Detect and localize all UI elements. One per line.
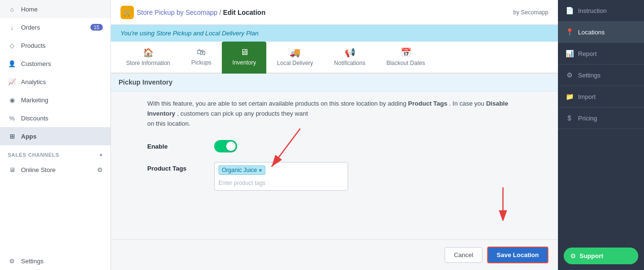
plan-banner: You're using Store Pickup and Local Deli…: [111, 25, 558, 42]
description: With this feature, you are able to set c…: [119, 99, 550, 129]
section-header: Pickup Inventory: [111, 74, 558, 91]
home-icon: ⌂: [8, 5, 16, 13]
enable-row: Enable: [119, 140, 550, 152]
product-tags-row: Product Tags Organic Juice ×: [119, 162, 550, 191]
right-sidebar: 📄 Instruction 📍 Locations 📊 Report ⚙ Set…: [558, 0, 644, 270]
product-tags-field[interactable]: Organic Juice ×: [214, 162, 348, 191]
local-delivery-icon: 🚚: [290, 47, 300, 58]
sidebar-item-online-store[interactable]: 🖥 Online Store ⚙: [0, 161, 110, 179]
sidebar-item-marketing[interactable]: ◉ Marketing: [0, 91, 110, 109]
report-icon: 📊: [566, 50, 573, 57]
footer-bar: Cancel Save Location: [111, 239, 558, 270]
pricing-icon: $: [566, 114, 573, 122]
store-info-icon: 🏠: [143, 47, 153, 58]
product-tags-label: Product Tags: [147, 162, 205, 172]
sidebar-item-settings[interactable]: ⚙ Settings: [0, 252, 110, 270]
orders-icon: ↓: [8, 23, 16, 32]
tab-inventory[interactable]: 🖥 Inventory: [222, 42, 266, 74]
sidebar-item-orders[interactable]: ↓ Orders 15: [0, 18, 110, 36]
remove-tag-button[interactable]: ×: [259, 167, 262, 173]
sidebar-item-products[interactable]: ◇ Products: [0, 36, 110, 54]
right-settings-icon: ⚙: [566, 71, 573, 79]
analytics-icon: 📈: [8, 77, 16, 86]
blackout-dates-icon: 📅: [401, 47, 411, 58]
cancel-button[interactable]: Cancel: [445, 247, 482, 263]
support-button[interactable]: ⊙ Support: [564, 248, 638, 264]
app-icon: 🛒: [120, 6, 134, 19]
inventory-icon: 🖥: [240, 47, 249, 57]
left-sidebar: ⌂ Home ↓ Orders 15 ◇ Products 👤 Customer…: [0, 0, 111, 270]
save-location-button[interactable]: Save Location: [487, 247, 548, 263]
tabs-container: 🏠 Store Information 🛍 Pickups 🖥 Inventor…: [111, 42, 558, 74]
tab-pickups[interactable]: 🛍 Pickups: [181, 42, 222, 74]
right-sidebar-item-report[interactable]: 📊 Report: [558, 43, 644, 65]
enable-toggle[interactable]: [214, 140, 237, 152]
inventory-content: Pickup Inventory With this feature, you …: [111, 74, 558, 208]
instruction-icon: 📄: [566, 7, 573, 14]
main-content: 🛒 Store Pickup by Secomapp / Edit Locati…: [111, 0, 558, 270]
topbar: 🛒 Store Pickup by Secomapp / Edit Locati…: [111, 0, 558, 25]
sidebar-item-customers[interactable]: 👤 Customers: [0, 54, 110, 73]
sidebar-item-discounts[interactable]: % Discounts: [0, 109, 110, 127]
tab-notifications[interactable]: 📢 Notifications: [324, 42, 376, 74]
orders-badge: 15: [90, 24, 103, 31]
right-sidebar-item-instruction[interactable]: 📄 Instruction: [558, 0, 644, 22]
tab-store-information[interactable]: 🏠 Store Information: [116, 42, 181, 74]
tag-input[interactable]: [218, 180, 344, 186]
locations-icon: 📍: [566, 28, 573, 36]
sidebar-item-home[interactable]: ⌂ Home: [0, 0, 110, 18]
customers-icon: 👤: [8, 59, 16, 68]
marketing-icon: ◉: [8, 96, 16, 104]
online-store-settings-icon[interactable]: ⚙: [97, 166, 103, 173]
save-arrow-annotation: [496, 187, 510, 222]
right-sidebar-spacer: [558, 129, 644, 242]
right-sidebar-item-import[interactable]: 📁 Import: [558, 86, 644, 108]
tab-blackout-dates[interactable]: 📅 Blackout Dates: [376, 42, 436, 74]
settings-icon: ⚙: [8, 257, 16, 265]
apps-icon: ⊞: [8, 132, 16, 140]
sales-channels-section: SALES CHANNELS +: [0, 145, 110, 161]
right-sidebar-item-locations[interactable]: 📍 Locations: [558, 22, 644, 43]
sidebar-item-analytics[interactable]: 📈 Analytics: [0, 73, 110, 91]
notifications-icon: 📢: [345, 47, 355, 58]
organic-juice-tag: Organic Juice ×: [218, 165, 265, 175]
products-icon: ◇: [8, 41, 16, 50]
online-store-icon: 🖥: [8, 165, 16, 174]
topbar-by-label: by Secomapp: [513, 9, 548, 16]
import-icon: 📁: [566, 93, 573, 100]
content-area: You're using Store Pickup and Local Deli…: [111, 25, 558, 239]
sidebar-item-apps[interactable]: ⊞ Apps: [0, 127, 110, 145]
right-sidebar-item-pricing[interactable]: $ Pricing: [558, 108, 644, 129]
discounts-icon: %: [8, 114, 16, 122]
right-sidebar-item-settings[interactable]: ⚙ Settings: [558, 65, 644, 86]
support-icon: ⊙: [570, 252, 576, 259]
breadcrumb: Store Pickup by Secomapp / Edit Location: [137, 9, 265, 16]
enable-label: Enable: [147, 140, 205, 150]
tab-local-delivery[interactable]: 🚚 Local Delivery: [266, 42, 323, 74]
pickups-icon: 🛍: [197, 47, 206, 57]
add-sales-channel-button[interactable]: +: [99, 152, 103, 158]
